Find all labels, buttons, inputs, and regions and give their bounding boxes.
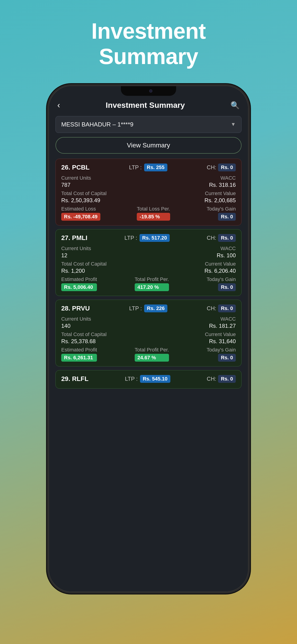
ticker-pmli: 27. PMLI [61, 234, 88, 242]
card-row3-pcbl: Estimated Loss Rs. -49,708.49 Total Loss… [61, 206, 236, 221]
stock-card-prvu: 28. PRVU LTP : Rs. 226 CH: Rs. 0 Current… [56, 300, 242, 366]
ticker-prvu: 28. PRVU [61, 305, 90, 312]
card-row3-pmli: Estimated Profit Rs. 5,006.40 Total Prof… [61, 276, 236, 291]
ch-badge-rlfl: Rs. 0 [218, 375, 236, 383]
ch-label-pcbl: CH: [207, 164, 216, 171]
stock-card-rlfl: 29. RLFL LTP : Rs. 545.10 CH: Rs. 0 [56, 370, 242, 388]
account-dropdown[interactable]: MESSI BAHADUR – 1****9 ▼ [56, 116, 242, 133]
card-row1-prvu: Current Units 140 WACC Rs. 181.27 [61, 316, 236, 329]
card-header-rlfl: 29. RLFL LTP : Rs. 545.10 CH: Rs. 0 [61, 375, 236, 383]
card-header-pmli: 27. PMLI LTP : Rs. 517.20 CH: Rs. 0 [61, 234, 236, 242]
ltp-badge-pcbl: Rs. 255 [144, 164, 168, 171]
ch-label-rlfl: CH: [207, 376, 216, 382]
notch-camera [149, 89, 152, 92]
ltp-label-rlfl: LTP : [125, 376, 138, 382]
ltp-badge-rlfl: Rs. 545.10 [140, 375, 170, 383]
ltp-label-pcbl: LTP : [129, 164, 142, 171]
content-area[interactable]: MESSI BAHADUR – 1****9 ▼ View Summary 26… [49, 114, 248, 592]
chevron-down-icon: ▼ [231, 122, 236, 127]
card-row3-prvu: Estimated Profit Rs. 6,261.31 Total Prof… [61, 347, 236, 362]
ltp-label-pmli: LTP : [124, 235, 137, 241]
ltp-badge-pmli: Rs. 517.20 [140, 234, 170, 242]
page-bg-title: Investment Summary [92, 19, 206, 69]
card-row2-prvu: Total Cost of Capital Rs. 25,378.68 Curr… [61, 332, 236, 344]
dropdown-wrapper: MESSI BAHADUR – 1****9 ▼ [56, 116, 242, 133]
ch-badge-prvu: Rs. 0 [218, 304, 236, 312]
app-header: ‹ Investment Summary 🔍 [49, 96, 248, 114]
card-row1-pcbl: Current Units 787 WACC Rs. 318.16 [61, 175, 236, 188]
page-title-area: Investment Summary [92, 18, 206, 69]
back-button[interactable]: ‹ [57, 100, 60, 110]
card-header-prvu: 28. PRVU LTP : Rs. 226 CH: Rs. 0 [61, 304, 236, 312]
card-header-pcbl: 26. PCBL LTP : Rs. 255 CH: Rs. 0 [61, 164, 236, 171]
stock-card-pmli: 27. PMLI LTP : Rs. 517.20 CH: Rs. 0 Curr… [56, 229, 242, 296]
card-row2-pmli: Total Cost of Capital Rs. 1,200 Current … [61, 261, 236, 274]
ticker-pcbl: 26. PCBL [61, 164, 90, 171]
ch-badge-pmli: Rs. 0 [218, 234, 236, 242]
phone-frame: ‹ Investment Summary 🔍 MESSI BAHADUR – 1… [48, 86, 249, 592]
search-icon[interactable]: 🔍 [230, 101, 240, 110]
ch-label-prvu: CH: [207, 305, 216, 312]
phone-screen: ‹ Investment Summary 🔍 MESSI BAHADUR – 1… [49, 86, 248, 592]
ch-badge-pcbl: Rs. 0 [218, 164, 236, 171]
ltp-badge-prvu: Rs. 226 [144, 304, 168, 312]
header-title: Investment Summary [106, 101, 185, 110]
ch-label-pmli: CH: [207, 235, 216, 241]
notch [121, 86, 176, 96]
ltp-label-prvu: LTP : [129, 305, 142, 312]
stock-card-pcbl: 26. PCBL LTP : Rs. 255 CH: Rs. 0 Current… [56, 159, 242, 226]
card-row2-pcbl: Total Cost of Capital Rs. 2,50,393.49 Cu… [61, 190, 236, 204]
dropdown-value: MESSI BAHADUR – 1****9 [61, 121, 134, 128]
card-row1-pmli: Current Units 12 WACC Rs. 100 [61, 246, 236, 259]
ticker-rlfl: 29. RLFL [61, 375, 88, 382]
view-summary-button[interactable]: View Summary [56, 137, 242, 154]
